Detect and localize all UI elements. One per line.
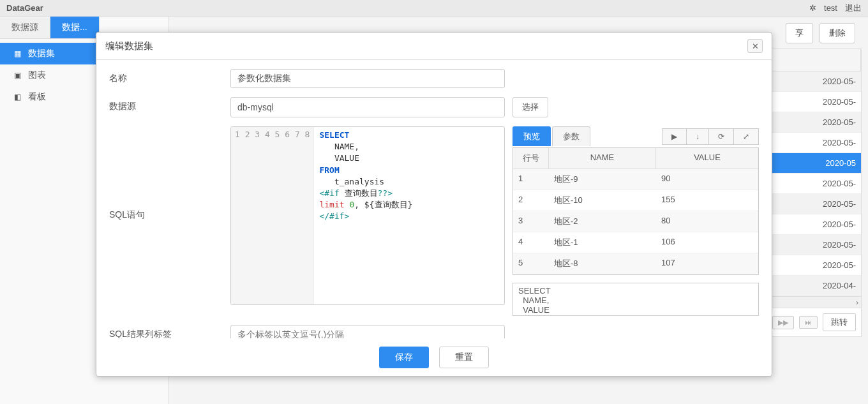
down-icon[interactable]: ↓ bbox=[687, 128, 709, 145]
delete-button[interactable]: 删除 bbox=[819, 23, 855, 43]
name-input[interactable] bbox=[230, 69, 505, 88]
edit-dataset-dialog: 编辑数据集 ✕ 名称 数据源 选择 SQL语句 1 2 3 4 5 6 7 8 … bbox=[96, 32, 772, 377]
sidebar-icon: ▣ bbox=[13, 71, 22, 80]
logout-link[interactable]: 退出 bbox=[845, 3, 862, 14]
table-row[interactable]: 3地区-280 bbox=[513, 211, 758, 232]
table-row[interactable]: 4地区-1106 bbox=[513, 232, 758, 253]
brand: DataGear bbox=[6, 3, 43, 13]
label-name: 名称 bbox=[109, 69, 230, 84]
expand-icon[interactable]: ⤢ bbox=[734, 128, 759, 145]
preview-tab[interactable]: 预览 bbox=[513, 126, 551, 146]
topbar: DataGear ✲ test 退出 bbox=[0, 0, 868, 17]
sidebar-item-label: 数据集 bbox=[28, 48, 55, 59]
user-name[interactable]: test bbox=[824, 3, 837, 13]
label-cols: SQL结果列标签 bbox=[109, 325, 230, 338]
cols-input[interactable] bbox=[230, 325, 505, 338]
sidebar-item-label: 图表 bbox=[28, 70, 46, 81]
settings-icon[interactable]: ✲ bbox=[809, 3, 816, 13]
run-icon[interactable]: ▶ bbox=[662, 128, 687, 145]
pager-last[interactable]: ⏭ bbox=[799, 316, 818, 329]
reset-button[interactable]: 重置 bbox=[439, 347, 489, 368]
sidebar-icon: ▦ bbox=[13, 49, 22, 58]
tab-data[interactable]: 数据... bbox=[50, 17, 100, 38]
pager-jump[interactable]: 跳转 bbox=[823, 313, 856, 331]
select-datasource-button[interactable]: 选择 bbox=[513, 97, 548, 117]
label-sql: SQL语句 bbox=[109, 126, 230, 221]
sidebar-icon: ◧ bbox=[13, 93, 22, 101]
table-row[interactable]: 5地区-8107 bbox=[513, 253, 758, 274]
refresh-icon[interactable]: ⟳ bbox=[709, 128, 734, 145]
save-button[interactable]: 保存 bbox=[379, 347, 429, 368]
preview-table: 行号 NAME VALUE 1地区-9902地区-101553地区-2804地区… bbox=[513, 147, 759, 275]
col-rownum[interactable]: 行号 bbox=[513, 148, 549, 168]
close-icon[interactable]: ✕ bbox=[747, 39, 763, 53]
sidebar-item-label: 看板 bbox=[28, 91, 46, 103]
sql-editor[interactable]: 1 2 3 4 5 6 7 8 SELECT NAME, VALUE FROM … bbox=[230, 126, 505, 305]
table-row[interactable]: 2地区-10155 bbox=[513, 190, 758, 211]
sql-output[interactable]: SELECT NAME, VALUE bbox=[513, 283, 759, 316]
col-value[interactable]: VALUE bbox=[656, 148, 758, 168]
label-datasource: 数据源 bbox=[109, 97, 230, 112]
dialog-title: 编辑数据集 bbox=[105, 40, 153, 52]
tab-datasource[interactable]: 数据源 bbox=[0, 17, 50, 38]
share-button[interactable]: 享 bbox=[786, 23, 813, 43]
pager-next[interactable]: ▶▶ bbox=[772, 316, 794, 329]
col-name[interactable]: NAME bbox=[549, 148, 656, 168]
table-row[interactable]: 1地区-990 bbox=[513, 169, 758, 190]
datasource-input[interactable] bbox=[230, 97, 505, 117]
params-tab[interactable]: 参数 bbox=[552, 126, 590, 146]
